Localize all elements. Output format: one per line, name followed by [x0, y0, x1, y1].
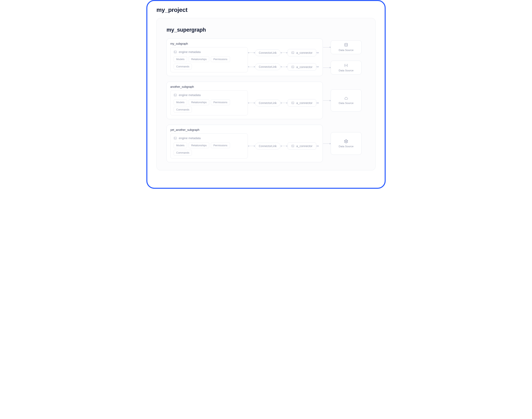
- arrow-right-icon: [323, 100, 331, 101]
- tag-permissions: Permissions: [211, 143, 230, 148]
- datasource-card: Data Source: [331, 132, 362, 155]
- connector-label: a_connector: [296, 51, 313, 54]
- engine-metadata-card: engine metadata Models Relationships Per…: [170, 133, 248, 158]
- svg-rect-0: [174, 51, 177, 53]
- subgraph-row: yet_another_subgraph engine metadata Mod…: [166, 125, 366, 162]
- svg-point-10: [347, 140, 348, 141]
- connector-label: a_connector: [296, 65, 313, 69]
- connector-link-pill: ConnectorLink: [255, 64, 280, 70]
- subgraph-row: another_subgraph engine metadata Models …: [166, 82, 366, 119]
- connector-box: a_connector: [287, 63, 316, 71]
- database-icon: [344, 43, 348, 47]
- engine-tags: Models Relationships Permissions Command…: [174, 56, 245, 69]
- tag-models: Models: [174, 56, 187, 62]
- terminal-icon: [291, 65, 294, 68]
- connector-box: a_connector: [287, 142, 316, 150]
- supergraph-title: my_supergraph: [166, 27, 366, 33]
- tag-permissions: Permissions: [211, 56, 230, 62]
- chain-row: ConnectorLink a_connector: [248, 142, 319, 150]
- subgraph-name: my_subgraph: [170, 42, 319, 45]
- engine-header: engine metadata: [174, 136, 245, 140]
- terminal-icon: [174, 50, 177, 53]
- arrow-right-icon: [323, 144, 331, 144]
- variable-icon: [344, 63, 348, 68]
- svg-point-13: [344, 142, 345, 143]
- subgraph-card: another_subgraph engine metadata Models …: [166, 82, 323, 119]
- svg-rect-7: [292, 145, 294, 147]
- connector-link-pill: ConnectorLink: [255, 143, 280, 149]
- connector-label: a_connector: [296, 101, 313, 105]
- tag-commands: Commands: [174, 107, 192, 112]
- bidirectional-arrow-icon: [248, 67, 255, 67]
- datasource-card: Data Source: [331, 61, 362, 75]
- connector-box: a_connector: [287, 99, 316, 106]
- bidirectional-arrow-icon: [280, 103, 288, 103]
- chain-column: ConnectorLink a_connector: [248, 47, 319, 72]
- chain-column: ConnectorLink a_connector: [248, 133, 319, 158]
- datasource-column: Data Source Data Source: [331, 39, 362, 76]
- terminal-icon: [174, 137, 177, 140]
- engine-tags: Models Relationships Permissions Command…: [174, 99, 245, 112]
- subgraph-card: my_subgraph engine metadata Models Relat…: [166, 39, 323, 76]
- subgraph-name: another_subgraph: [170, 85, 319, 88]
- engine-metadata-card: engine metadata Models Relationships Per…: [170, 47, 248, 72]
- terminal-icon: [291, 101, 294, 104]
- datasource-label: Data Source: [339, 49, 354, 52]
- svg-rect-2: [292, 66, 294, 68]
- engine-label: engine metadata: [179, 50, 201, 53]
- svg-point-11: [347, 142, 348, 143]
- svg-point-14: [344, 140, 345, 141]
- bidirectional-arrow-icon: [316, 52, 319, 53]
- connector-link-pill: ConnectorLink: [255, 49, 280, 56]
- tag-commands: Commands: [174, 64, 192, 69]
- engine-label: engine metadata: [179, 93, 201, 97]
- cloud-icon: [344, 96, 348, 100]
- tag-relationships: Relationships: [189, 143, 209, 148]
- chain-row: ConnectorLink a_connector: [248, 63, 319, 71]
- engine-header: engine metadata: [174, 50, 245, 53]
- svg-rect-5: [292, 102, 294, 104]
- chain-row: ConnectorLink a_connector: [248, 49, 319, 56]
- svg-point-9: [346, 139, 346, 140]
- connector-label: a_connector: [296, 144, 313, 148]
- bidirectional-arrow-icon: [248, 52, 255, 53]
- svg-rect-1: [292, 52, 294, 54]
- tag-permissions: Permissions: [211, 99, 230, 105]
- svg-rect-4: [174, 94, 177, 96]
- chain-column: ConnectorLink a_connector: [248, 90, 319, 116]
- svg-rect-6: [174, 137, 177, 139]
- tag-models: Models: [174, 99, 187, 105]
- bidirectional-arrow-icon: [280, 67, 288, 67]
- terminal-icon: [291, 144, 294, 147]
- tag-commands: Commands: [174, 150, 192, 156]
- terminal-icon: [174, 93, 177, 97]
- subgraph-row: my_subgraph engine metadata Models Relat…: [166, 39, 366, 76]
- bidirectional-arrow-icon: [248, 103, 255, 103]
- graphql-icon: [344, 139, 348, 144]
- project-frame: my_project my_supergraph my_subgraph eng…: [146, 0, 386, 189]
- datasource-label: Data Source: [339, 145, 354, 148]
- datasource-card: Data Source: [331, 40, 362, 54]
- engine-metadata-card: engine metadata Models Relationships Per…: [170, 90, 248, 116]
- terminal-icon: [291, 51, 294, 54]
- datasource-label: Data Source: [339, 102, 354, 105]
- bidirectional-arrow-icon: [280, 52, 288, 53]
- project-title: my_project: [156, 7, 376, 13]
- svg-point-12: [346, 143, 346, 143]
- subgraph-name: yet_another_subgraph: [170, 128, 319, 131]
- tag-models: Models: [174, 143, 187, 148]
- engine-label: engine metadata: [179, 136, 201, 140]
- tag-relationships: Relationships: [189, 99, 209, 105]
- connector-box: a_connector: [287, 49, 316, 56]
- subgraph-card: yet_another_subgraph engine metadata Mod…: [166, 125, 323, 162]
- engine-header: engine metadata: [174, 93, 245, 97]
- svg-point-3: [345, 43, 348, 44]
- subgraph-body: engine metadata Models Relationships Per…: [170, 90, 319, 116]
- subgraph-body: engine metadata Models Relationships Per…: [170, 47, 319, 72]
- supergraph-panel: my_supergraph my_subgraph engine metadat…: [156, 18, 376, 170]
- datasource-column: Data Source: [331, 125, 362, 162]
- subgraph-body: engine metadata Models Relationships Per…: [170, 133, 319, 158]
- datasource-label: Data Source: [339, 69, 354, 72]
- datasource-column: Data Source: [331, 82, 362, 119]
- chain-row: ConnectorLink a_connector: [248, 99, 319, 106]
